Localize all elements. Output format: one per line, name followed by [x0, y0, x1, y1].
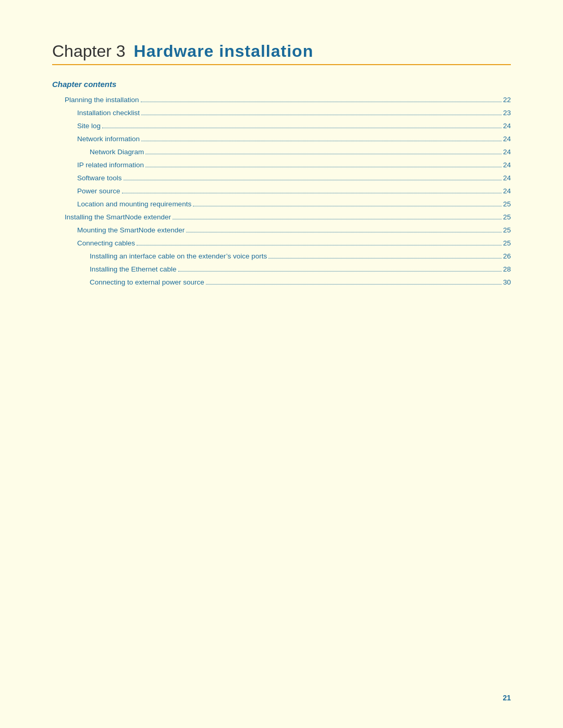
toc-dots [268, 258, 501, 258]
toc-item-text: Planning the installation [65, 94, 139, 107]
toc-dots [141, 141, 501, 141]
toc-item-text: Connecting to external power source [90, 276, 204, 289]
toc-item[interactable]: Connecting cables25 [52, 237, 511, 250]
toc-item[interactable]: Software tools24 [52, 172, 511, 185]
toc-item[interactable]: Connecting to external power source30 [52, 276, 511, 289]
chapter-label: Chapter 3 [52, 42, 126, 61]
toc-item[interactable]: Network information24 [52, 133, 511, 146]
toc-item[interactable]: Planning the installation22 [52, 94, 511, 107]
toc-dots [186, 232, 501, 232]
toc-dots [141, 115, 501, 115]
toc-dots [124, 180, 501, 180]
toc-dots [206, 284, 501, 285]
toc-item-text: Network Diagram [90, 146, 144, 159]
toc-page-number: 24 [503, 120, 511, 133]
toc-page-number: 24 [503, 146, 511, 159]
toc-item-text: Power source [77, 185, 120, 198]
toc-item-text: Software tools [77, 172, 122, 185]
toc-page-number: 24 [503, 159, 511, 172]
toc-item-text: Location and mounting requirements [77, 198, 191, 211]
header-rule [52, 64, 511, 65]
toc-item-text: Network information [77, 133, 140, 146]
toc-item[interactable]: IP related information24 [52, 159, 511, 172]
toc-item-text: Installing the Ethernet cable [90, 263, 177, 276]
toc-item[interactable]: Network Diagram24 [52, 146, 511, 159]
toc-item[interactable]: Installation checklist23 [52, 107, 511, 120]
toc-dots [173, 219, 501, 219]
toc-page-number: 24 [503, 133, 511, 146]
toc-page-number: 24 [503, 185, 511, 198]
toc-dots [137, 245, 501, 245]
toc-item[interactable]: Site log24 [52, 120, 511, 133]
toc-page-number: 25 [503, 237, 511, 250]
toc-item[interactable]: Installing the SmartNode extender25 [52, 211, 511, 224]
toc-item-text: Mounting the SmartNode extender [77, 224, 185, 237]
toc-page-number: 22 [503, 94, 511, 107]
toc-item[interactable]: Location and mounting requirements25 [52, 198, 511, 211]
table-of-contents: Planning the installation22Installation … [52, 94, 511, 289]
chapter-title: Hardware installation [134, 42, 314, 61]
toc-dots [141, 102, 501, 102]
toc-item-text: Connecting cables [77, 237, 135, 250]
toc-page-number: 28 [503, 263, 511, 276]
toc-dots [102, 128, 501, 128]
toc-item-text: IP related information [77, 159, 144, 172]
page-number: 21 [503, 694, 511, 702]
toc-page-number: 25 [503, 211, 511, 224]
toc-item[interactable]: Power source24 [52, 185, 511, 198]
toc-page-number: 24 [503, 172, 511, 185]
toc-item-text: Installing the SmartNode extender [65, 211, 171, 224]
toc-page-number: 25 [503, 224, 511, 237]
toc-page-number: 26 [503, 250, 511, 263]
toc-page-number: 25 [503, 198, 511, 211]
chapter-contents-label: Chapter contents [52, 80, 511, 89]
toc-item[interactable]: Installing the Ethernet cable28 [52, 263, 511, 276]
page-container: Chapter 3 Hardware installation Chapter … [0, 0, 563, 728]
toc-item[interactable]: Mounting the SmartNode extender25 [52, 224, 511, 237]
toc-dots [178, 271, 501, 272]
toc-dots [145, 154, 501, 154]
toc-page-number: 30 [503, 276, 511, 289]
toc-item[interactable]: Installing an interface cable on the ext… [52, 250, 511, 263]
toc-item-text: Installation checklist [77, 107, 140, 120]
toc-dots [145, 167, 501, 167]
toc-page-number: 23 [503, 107, 511, 120]
toc-dots [122, 193, 501, 193]
toc-dots [193, 206, 501, 206]
chapter-header: Chapter 3 Hardware installation [52, 42, 511, 61]
toc-item-text: Installing an interface cable on the ext… [90, 250, 267, 263]
toc-item-text: Site log [77, 120, 101, 133]
